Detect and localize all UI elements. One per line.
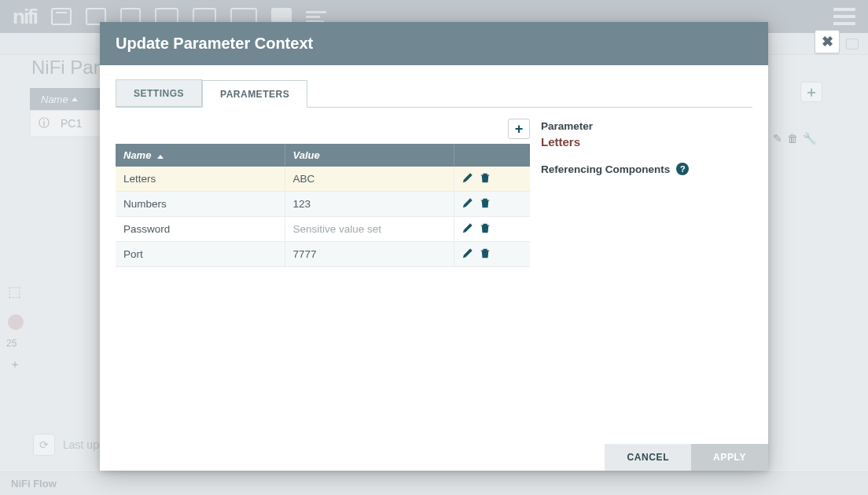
processor-icon	[51, 8, 72, 25]
cell-value: ABC	[285, 167, 454, 192]
label-icon	[306, 11, 326, 23]
breadcrumb-root: NiFi Flow	[11, 478, 57, 490]
cell-actions	[454, 217, 530, 242]
detail-parameter-name: Letters	[541, 135, 752, 148]
context-name: PC1	[61, 117, 82, 130]
th-name[interactable]: Name	[116, 144, 285, 167]
th-actions	[454, 144, 530, 167]
close-icon: ✖	[822, 33, 833, 50]
parameters-table: Name Value LettersABCNumbers123PasswordS…	[116, 144, 530, 267]
sort-asc-icon	[72, 97, 78, 101]
delete-icon[interactable]	[480, 197, 491, 211]
count-badge: 25	[6, 338, 17, 349]
detail-label: Parameter	[541, 120, 752, 132]
plus-icon: +	[515, 122, 524, 136]
delete-icon: 🗑	[787, 132, 798, 145]
delete-icon[interactable]	[480, 172, 491, 185]
cell-name: Port	[116, 242, 285, 267]
cell-actions	[454, 192, 530, 217]
edit-icon: ✎	[773, 132, 782, 145]
parameters-table-wrapper: + Name Value LettersA	[116, 119, 530, 267]
edit-icon[interactable]	[462, 197, 473, 211]
nifi-logo: nifi	[13, 5, 37, 29]
breadcrumb-bar: NiFi Flow	[0, 471, 868, 495]
delete-icon[interactable]	[480, 248, 491, 261]
cell-value: 123	[285, 192, 454, 217]
add-context-button: ＋	[800, 82, 822, 102]
delete-icon[interactable]	[480, 222, 491, 236]
referencing-components-label: Referencing Components ?	[541, 163, 752, 175]
row-actions: ✎ 🗑 🔧	[773, 132, 816, 145]
cell-actions	[454, 242, 530, 267]
table-row[interactable]: Port7777	[116, 242, 530, 267]
edit-icon[interactable]	[462, 248, 473, 261]
close-dialog-button[interactable]: ✖	[815, 30, 840, 53]
table-row[interactable]: Numbers123	[116, 192, 530, 217]
dialog-body: SETTINGS PARAMETERS + Name	[100, 65, 768, 444]
tab-parameters[interactable]: PARAMETERS	[202, 80, 307, 108]
edit-icon[interactable]	[462, 172, 473, 185]
add-parameter-button[interactable]: +	[508, 119, 530, 139]
cell-value: Sensitive value set	[285, 217, 454, 242]
th-value[interactable]: Value	[285, 144, 454, 167]
header-name: Name	[41, 94, 68, 105]
status-box-icon	[846, 38, 859, 50]
cell-name: Letters	[116, 167, 285, 192]
dialog-title: Update Parameter Context	[100, 22, 768, 65]
table-row[interactable]: LettersABC	[116, 167, 530, 192]
cell-value: 7777	[285, 242, 454, 267]
info-icon: ⓘ	[39, 118, 50, 129]
parameters-area: + Name Value LettersA	[116, 119, 752, 267]
status-indicator	[8, 314, 24, 330]
parameter-detail: Parameter Letters Referencing Components…	[541, 119, 752, 267]
table-row[interactable]: PasswordSensitive value set	[116, 217, 530, 242]
ref-label-text: Referencing Components	[541, 163, 670, 175]
tab-settings[interactable]: SETTINGS	[116, 79, 202, 107]
refresh-button: ⟳	[33, 434, 55, 456]
hamburger-icon	[833, 8, 855, 25]
component-icon: ⬚	[8, 283, 21, 300]
wrench-icon: 🔧	[803, 132, 816, 145]
cell-name: Password	[116, 217, 285, 242]
apply-button: APPLY	[691, 444, 768, 471]
cancel-button[interactable]: CANCEL	[605, 444, 691, 471]
sort-asc-icon	[157, 155, 164, 159]
cell-name: Numbers	[116, 192, 285, 217]
cell-actions	[454, 167, 530, 192]
th-name-label: Name	[123, 149, 151, 161]
dialog-tabs: SETTINGS PARAMETERS	[116, 79, 752, 108]
expand-icon: ＋	[9, 358, 20, 372]
help-icon[interactable]: ?	[676, 163, 689, 175]
edit-icon[interactable]	[462, 222, 473, 236]
update-parameter-context-dialog: Update Parameter Context SETTINGS PARAME…	[100, 22, 768, 471]
dialog-footer: CANCEL APPLY	[100, 444, 768, 471]
